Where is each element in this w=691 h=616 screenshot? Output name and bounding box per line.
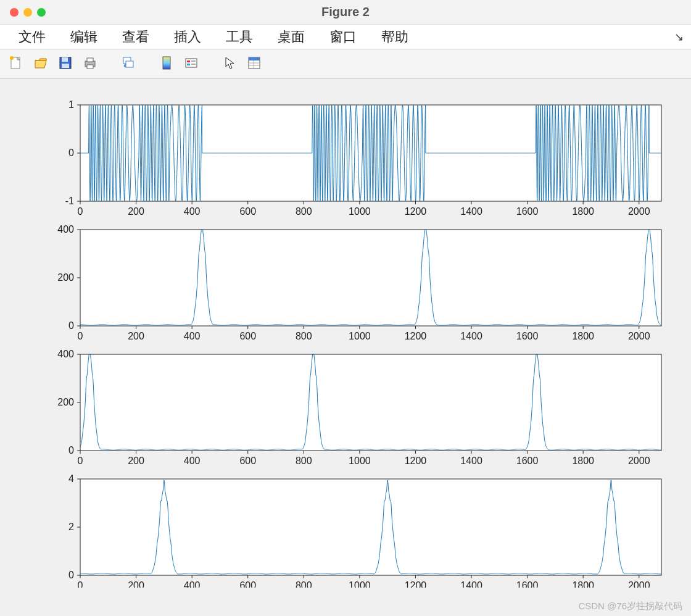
svg-rect-8 <box>87 65 93 69</box>
menu-help[interactable]: 帮助 <box>369 25 421 49</box>
svg-text:1: 1 <box>68 99 74 110</box>
svg-text:1400: 1400 <box>460 331 482 341</box>
minimize-button[interactable] <box>23 8 32 17</box>
svg-rect-5 <box>62 64 69 68</box>
properties-icon <box>247 56 262 73</box>
menu-tools[interactable]: 工具 <box>213 25 265 49</box>
menu-overflow-icon[interactable]: ↘ <box>674 30 684 44</box>
open-button[interactable] <box>30 53 52 75</box>
edit-plot-button[interactable] <box>218 53 241 75</box>
new-file-icon <box>9 56 23 73</box>
svg-text:0: 0 <box>68 445 74 456</box>
svg-text:400: 400 <box>184 331 201 341</box>
svg-rect-18 <box>249 57 260 60</box>
svg-text:200: 200 <box>128 331 144 341</box>
svg-text:1000: 1000 <box>349 456 371 466</box>
print-icon <box>83 56 97 73</box>
figure-toolbar <box>0 49 691 79</box>
menu-desktop[interactable]: 桌面 <box>265 25 317 49</box>
legend-icon <box>184 56 199 73</box>
svg-rect-7 <box>87 58 93 62</box>
svg-rect-109 <box>80 479 661 575</box>
svg-rect-4 <box>62 57 68 62</box>
svg-text:1800: 1800 <box>572 580 594 588</box>
svg-text:200: 200 <box>57 397 74 407</box>
svg-text:0: 0 <box>78 206 83 217</box>
svg-text:2: 2 <box>68 522 74 532</box>
figure-canvas: 0200400600800100012001400160018002000-10… <box>0 79 691 616</box>
svg-rect-12 <box>186 59 197 67</box>
menubar: 文件 编辑 查看 插入 工具 桌面 窗口 帮助 ↘ <box>0 25 691 49</box>
svg-text:1400: 1400 <box>460 580 482 588</box>
svg-text:600: 600 <box>239 456 256 466</box>
svg-text:1200: 1200 <box>405 580 427 588</box>
menu-insert[interactable]: 插入 <box>162 25 213 49</box>
svg-text:400: 400 <box>57 224 74 235</box>
svg-text:1400: 1400 <box>460 206 482 217</box>
svg-text:1000: 1000 <box>349 331 371 341</box>
zoom-button[interactable] <box>37 8 46 17</box>
svg-text:0: 0 <box>68 570 74 580</box>
svg-text:2000: 2000 <box>628 206 650 217</box>
svg-text:0: 0 <box>68 320 74 331</box>
svg-text:200: 200 <box>128 580 144 588</box>
svg-text:-1: -1 <box>65 196 74 206</box>
svg-text:1800: 1800 <box>572 206 594 217</box>
svg-rect-14 <box>187 64 190 65</box>
save-button[interactable] <box>54 53 77 75</box>
svg-text:1200: 1200 <box>405 206 427 217</box>
open-file-icon <box>33 56 48 73</box>
svg-rect-11 <box>163 57 170 69</box>
svg-text:1600: 1600 <box>516 206 539 217</box>
watermark: CSDN @76岁拄拐敲代码 <box>578 601 682 612</box>
close-button[interactable] <box>10 8 19 17</box>
link-plots-button[interactable] <box>117 53 139 75</box>
svg-text:400: 400 <box>184 580 201 588</box>
svg-text:1600: 1600 <box>516 456 539 466</box>
svg-text:800: 800 <box>296 456 312 466</box>
svg-text:200: 200 <box>57 272 74 283</box>
svg-text:1400: 1400 <box>460 456 482 466</box>
svg-text:0: 0 <box>78 456 83 466</box>
legend-button[interactable] <box>180 53 202 75</box>
traffic-lights <box>10 8 46 17</box>
svg-text:1000: 1000 <box>349 206 371 217</box>
svg-text:600: 600 <box>239 206 256 217</box>
svg-text:2000: 2000 <box>628 456 650 466</box>
svg-text:800: 800 <box>296 331 312 341</box>
svg-text:4: 4 <box>68 473 74 484</box>
menu-window[interactable]: 窗口 <box>317 25 369 49</box>
svg-text:1600: 1600 <box>516 580 539 588</box>
docked-icon <box>121 56 136 73</box>
svg-text:400: 400 <box>184 206 201 217</box>
svg-text:1800: 1800 <box>572 456 594 466</box>
colorbar-button[interactable] <box>155 53 178 75</box>
svg-text:2000: 2000 <box>628 580 650 588</box>
property-inspector-button[interactable] <box>243 53 265 75</box>
svg-rect-80 <box>80 354 661 451</box>
svg-text:200: 200 <box>128 206 144 217</box>
menu-file[interactable]: 文件 <box>6 25 58 49</box>
svg-text:1200: 1200 <box>405 331 427 341</box>
svg-text:200: 200 <box>128 456 144 466</box>
svg-text:0: 0 <box>78 580 83 588</box>
svg-rect-10 <box>126 61 133 67</box>
menu-view[interactable]: 查看 <box>110 25 162 49</box>
svg-point-2 <box>10 56 14 60</box>
svg-rect-13 <box>187 60 190 62</box>
window-title: Figure 2 <box>0 5 691 19</box>
new-figure-button[interactable] <box>5 53 27 75</box>
print-button[interactable] <box>79 53 101 75</box>
svg-rect-51 <box>80 230 661 326</box>
menu-edit[interactable]: 编辑 <box>58 25 110 49</box>
svg-text:800: 800 <box>296 580 312 588</box>
svg-text:2000: 2000 <box>628 331 650 341</box>
colormap-icon <box>160 56 173 73</box>
svg-text:800: 800 <box>296 206 312 217</box>
save-icon <box>58 56 73 73</box>
svg-text:1600: 1600 <box>516 331 539 341</box>
svg-text:1800: 1800 <box>572 331 594 341</box>
axes-container: 0200400600800100012001400160018002000-10… <box>12 94 679 588</box>
svg-text:400: 400 <box>57 349 74 359</box>
svg-text:600: 600 <box>239 580 256 588</box>
